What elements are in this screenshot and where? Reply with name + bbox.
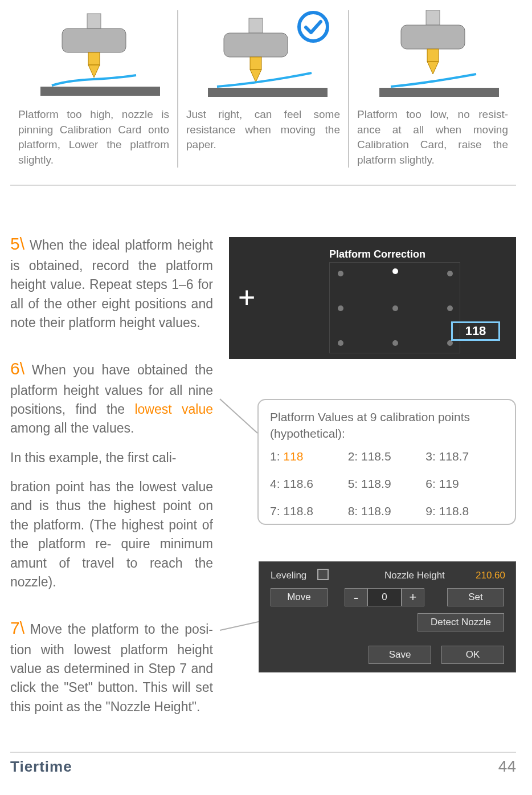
- val-8: 8: 118.9: [348, 504, 426, 518]
- platform-correction-screenshot: + Platform Correction 118: [229, 237, 516, 359]
- page-footer: Tiertime 44: [10, 752, 516, 780]
- leveling-checkbox[interactable]: [317, 569, 329, 580]
- step-6-text-b: among all the values.: [10, 421, 134, 435]
- caption-just-right: Just right, can feel some resistance whe…: [186, 107, 340, 153]
- nozzle-diagram-too-high: [18, 10, 169, 107]
- svg-rect-7: [250, 57, 261, 70]
- cal-dot-active: [392, 268, 398, 274]
- caption-too-high: Platform too high, nozzle is pinning Cal…: [18, 107, 169, 168]
- val-1: 1: 118: [270, 450, 348, 463]
- svg-rect-13: [427, 49, 439, 62]
- cal-dot: [447, 271, 453, 276]
- svg-rect-5: [249, 18, 263, 33]
- position-value[interactable]: 0: [367, 588, 402, 606]
- step-6-c: bration point has the lowest value and i…: [10, 478, 213, 592]
- svg-rect-12: [401, 25, 465, 49]
- page-number: 44: [498, 757, 516, 776]
- detect-nozzle-button[interactable]: Detect Nozzle: [418, 613, 504, 631]
- step-5-num: 5\: [10, 234, 24, 253]
- increment-button[interactable]: +: [402, 588, 424, 606]
- ok-button[interactable]: OK: [441, 646, 504, 664]
- cal-dot: [338, 305, 343, 311]
- svg-rect-4: [40, 87, 160, 96]
- cal-dot: [447, 340, 453, 346]
- nozzle-height-screenshot: Leveling Nozzle Height 210.60 Move - 0 +…: [259, 561, 516, 672]
- state-too-high: Platform too high, nozzle is pinning Cal…: [10, 10, 177, 168]
- save-button[interactable]: Save: [369, 646, 431, 664]
- plus-icon: +: [238, 280, 255, 315]
- set-button[interactable]: Set: [447, 588, 504, 606]
- step-7-text: Move the platform to the posi-tion with …: [10, 622, 213, 714]
- val-2: 2: 118.5: [348, 450, 426, 463]
- lowest-value-highlight: lowest value: [134, 402, 213, 417]
- height-value-readout: 118: [451, 321, 500, 341]
- val-3: 3: 118.7: [425, 450, 504, 463]
- move-button[interactable]: Move: [271, 588, 328, 606]
- decrement-button[interactable]: -: [345, 588, 367, 606]
- checkmark-icon: [297, 10, 330, 43]
- calibration-dot-grid: [329, 262, 460, 353]
- svg-rect-1: [62, 28, 126, 52]
- svg-marker-8: [250, 70, 261, 82]
- step-5: 5\ When the ideal platform height is obt…: [10, 231, 213, 332]
- values-table-title: Platform Values at 9 calibration points …: [270, 409, 504, 442]
- svg-point-10: [299, 13, 328, 41]
- val-9: 9: 118.8: [425, 504, 504, 518]
- leveling-label: Leveling: [271, 570, 306, 581]
- brand-logo: Tiertime: [10, 758, 72, 776]
- svg-marker-14: [427, 62, 439, 74]
- caption-too-low: Platform too low, no resist-ance at all …: [357, 107, 508, 168]
- svg-rect-2: [88, 52, 100, 65]
- nozzle-diagram-just-right: [186, 10, 340, 107]
- step-6-b: In this example, the first cali-: [10, 449, 213, 467]
- values-grid: 1: 118 2: 118.5 3: 118.7 4: 118.6 5: 118…: [270, 450, 504, 518]
- platform-values-table: Platform Values at 9 calibration points …: [257, 399, 516, 525]
- cal-dot: [447, 305, 453, 311]
- cal-dot: [338, 340, 343, 346]
- cal-dot: [392, 305, 398, 311]
- svg-marker-3: [88, 65, 100, 78]
- nozzle-diagram-too-low: [357, 10, 508, 107]
- step-6-num: 6\: [10, 359, 24, 378]
- val-6: 6: 119: [425, 477, 504, 491]
- step-7: 7\ Move the platform to the posi-tion wi…: [10, 615, 213, 716]
- svg-rect-6: [224, 33, 288, 57]
- svg-rect-9: [208, 88, 328, 97]
- val-4: 4: 118.6: [270, 477, 348, 491]
- step-6-a: 6\ When you have obtained the platform h…: [10, 356, 213, 438]
- platform-correction-title: Platform Correction: [329, 248, 425, 260]
- svg-rect-15: [379, 88, 499, 97]
- state-just-right: Just right, can feel some resistance whe…: [177, 10, 348, 168]
- step-5-text: When the ideal platform height is obtain…: [10, 238, 213, 330]
- val-7: 7: 118.8: [270, 504, 348, 518]
- state-too-low: Platform too low, no resist-ance at all …: [348, 10, 516, 168]
- step-7-num: 7\: [10, 618, 24, 637]
- calibration-states-row: Platform too high, nozzle is pinning Cal…: [10, 10, 516, 186]
- svg-rect-11: [426, 10, 440, 25]
- nozzle-height-value: 210.60: [476, 570, 505, 581]
- nozzle-height-label: Nozzle Height: [384, 570, 445, 581]
- cal-dot: [392, 340, 398, 346]
- val-5: 5: 118.9: [348, 477, 426, 491]
- svg-rect-0: [87, 14, 101, 28]
- cal-dot: [338, 271, 343, 276]
